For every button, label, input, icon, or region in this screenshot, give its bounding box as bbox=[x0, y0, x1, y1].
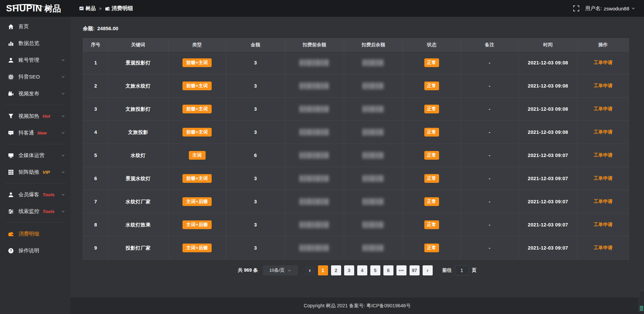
ticket-apply-link[interactable]: 工单申请 bbox=[594, 83, 612, 88]
goto-page-input[interactable] bbox=[455, 265, 469, 275]
table-row: 1景观投影灯前缀+主词3正常-2021-12-03 09:08工单申请 bbox=[83, 51, 629, 74]
ticket-apply-link[interactable]: 工单申请 bbox=[594, 60, 612, 65]
fullscreen-icon[interactable] bbox=[573, 5, 579, 11]
page-button-2[interactable]: 2 bbox=[331, 265, 341, 275]
wallet-icon bbox=[105, 6, 110, 11]
prev-page-button[interactable]: ‹ bbox=[305, 265, 315, 275]
chevron-down-icon bbox=[61, 92, 65, 96]
sidebar-item-label: 视频加热 bbox=[18, 113, 39, 120]
sidebar-item-抖音SEO[interactable]: 抖音SEO bbox=[0, 68, 70, 85]
cell-balance-after bbox=[344, 190, 403, 213]
chart-icon bbox=[8, 41, 14, 46]
ticket-apply-link[interactable]: 工单申请 bbox=[594, 152, 612, 158]
cell-remark: - bbox=[461, 74, 518, 98]
table-row: 7水纹灯厂家主词+后缀3正常-2021-12-03 09:07工单申请 bbox=[83, 190, 629, 213]
page-ellipsis-button[interactable]: ••• bbox=[396, 265, 407, 275]
sidebar-item-视频发布[interactable]: 视频发布 bbox=[0, 85, 70, 102]
cell-index: 5 bbox=[83, 144, 108, 167]
sidebar-item-label: 账号管理 bbox=[18, 57, 39, 64]
user-menu[interactable]: 用户名: zswodun88 bbox=[585, 5, 635, 12]
cell-action: 工单申请 bbox=[577, 74, 629, 98]
sidebar-item-首页[interactable]: 首页 bbox=[0, 18, 70, 35]
balance-value: 24856.00 bbox=[97, 25, 118, 32]
ticket-apply-link[interactable]: 工单申请 bbox=[594, 222, 612, 227]
page-size-select[interactable]: 10条/页 bbox=[263, 265, 298, 275]
page-button-1[interactable]: 1 bbox=[318, 265, 328, 275]
breadcrumb-item-home[interactable]: 树品 bbox=[79, 5, 96, 12]
cell-amount: 3 bbox=[226, 51, 285, 74]
cell-action: 工单申请 bbox=[577, 237, 629, 260]
cell-index: 6 bbox=[83, 167, 108, 190]
sidebar-item-操作说明[interactable]: ?操作说明 bbox=[0, 242, 70, 259]
sidebar-item-线索监控[interactable]: 线索监控Tools bbox=[0, 203, 70, 220]
video-icon bbox=[8, 91, 14, 97]
cell-balance-before bbox=[285, 51, 344, 74]
page-button-6[interactable]: 6 bbox=[383, 265, 393, 275]
sidebar-item-视频加热[interactable]: 视频加热Hot bbox=[0, 108, 70, 124]
ticket-apply-link[interactable]: 工单申请 bbox=[594, 106, 612, 111]
page-button-4[interactable]: 4 bbox=[357, 265, 367, 275]
type-badge: 前缀+主词 bbox=[182, 82, 211, 90]
chevron-down-icon bbox=[61, 209, 65, 213]
next-page-button[interactable]: › bbox=[423, 265, 433, 275]
column-header-时间: 时间 bbox=[519, 39, 578, 51]
chevron-down-icon bbox=[631, 6, 635, 10]
cell-balance-before bbox=[285, 121, 344, 144]
cell-balance-before bbox=[285, 144, 344, 167]
type-badge: 前缀+主词 bbox=[182, 105, 211, 113]
goto-label: 前往 bbox=[442, 267, 452, 273]
blurred-balance-before bbox=[300, 152, 329, 159]
column-header-扣费后余额: 扣费后余额 bbox=[344, 39, 403, 51]
status-badge: 正常 bbox=[424, 58, 439, 67]
main-content: 余额: 24856.00 序号关键词类型金额扣费前余额扣费后余额状态备注时间操作… bbox=[70, 17, 644, 314]
cell-amount: 3 bbox=[226, 74, 285, 98]
cell-remark: - bbox=[461, 190, 518, 213]
cell-type: 前缀+主词 bbox=[168, 74, 226, 98]
sidebar-item-label: 抖客通 bbox=[18, 129, 34, 137]
topbar-right: 用户名: zswodun88 bbox=[573, 5, 635, 12]
blurred-balance-after bbox=[363, 175, 384, 182]
sidebar-item-矩阵助推[interactable]: 矩阵助推VIP bbox=[0, 164, 70, 180]
column-header-备注: 备注 bbox=[461, 39, 518, 51]
sidebar-menu: 首页数据总览账号管理抖音SEO视频发布视频加热Hot抖客通New全媒体运营矩阵助… bbox=[0, 18, 70, 259]
sidebar-item-数据总览[interactable]: 数据总览 bbox=[0, 35, 70, 52]
cell-remark: - bbox=[461, 121, 518, 144]
sidebar-item-label: 操作说明 bbox=[18, 247, 39, 254]
sidebar-item-label: 全媒体运营 bbox=[18, 152, 45, 159]
side-toolbar-widget[interactable] bbox=[639, 291, 644, 312]
cell-remark: - bbox=[461, 51, 518, 74]
ticket-apply-link[interactable]: 工单申请 bbox=[594, 129, 612, 135]
status-badge: 正常 bbox=[424, 244, 439, 252]
consumption-table-wrap: 序号关键词类型金额扣费前余额扣费后余额状态备注时间操作 1景观投影灯前缀+主词3… bbox=[83, 38, 629, 260]
ticket-apply-link[interactable]: 工单申请 bbox=[594, 245, 612, 250]
blurred-balance-after bbox=[363, 221, 384, 228]
sidebar-item-账号管理[interactable]: 账号管理 bbox=[0, 52, 70, 68]
sidebar-item-label: 消费明细 bbox=[18, 230, 39, 238]
sidebar-item-label: 会员爆客 bbox=[18, 191, 39, 198]
sidebar-item-消费明细[interactable]: 消费明细 bbox=[0, 225, 70, 242]
ticket-apply-link[interactable]: 工单申请 bbox=[594, 175, 612, 181]
cell-type: 主词 bbox=[168, 144, 226, 167]
cell-remark: - bbox=[461, 213, 518, 237]
sidebar-item-tag: Hot bbox=[43, 114, 50, 119]
blurred-balance-after bbox=[363, 129, 384, 136]
sidebar-item-抖客通[interactable]: 抖客通New bbox=[0, 124, 70, 141]
cell-action: 工单申请 bbox=[577, 167, 629, 190]
cell-keyword: 投影灯厂家 bbox=[108, 237, 168, 260]
table-row: 4文旅投影前缀+主词3正常-2021-12-03 09:08工单申请 bbox=[83, 121, 629, 144]
page-button-97[interactable]: 97 bbox=[410, 265, 420, 275]
ticket-apply-link[interactable]: 工单申请 bbox=[594, 199, 612, 204]
sidebar-item-会员爆客[interactable]: 会员爆客Tools bbox=[0, 186, 70, 203]
sidebar-item-全媒体运营[interactable]: 全媒体运营 bbox=[0, 147, 70, 164]
cell-status: 正常 bbox=[403, 121, 461, 144]
cell-time: 2021-12-03 09:08 bbox=[519, 98, 578, 121]
page-button-5[interactable]: 5 bbox=[370, 265, 380, 275]
sidebar-item-tag: Tools bbox=[43, 192, 55, 197]
cell-balance-before bbox=[285, 213, 344, 237]
breadcrumb-item-current[interactable]: 消费明细 bbox=[105, 5, 133, 12]
column-header-扣费前余额: 扣费前余额 bbox=[285, 39, 344, 51]
chevron-down-icon bbox=[61, 75, 65, 79]
cell-keyword: 景观投影灯 bbox=[108, 51, 168, 74]
cell-balance-after bbox=[344, 144, 403, 167]
page-button-3[interactable]: 3 bbox=[344, 265, 354, 275]
